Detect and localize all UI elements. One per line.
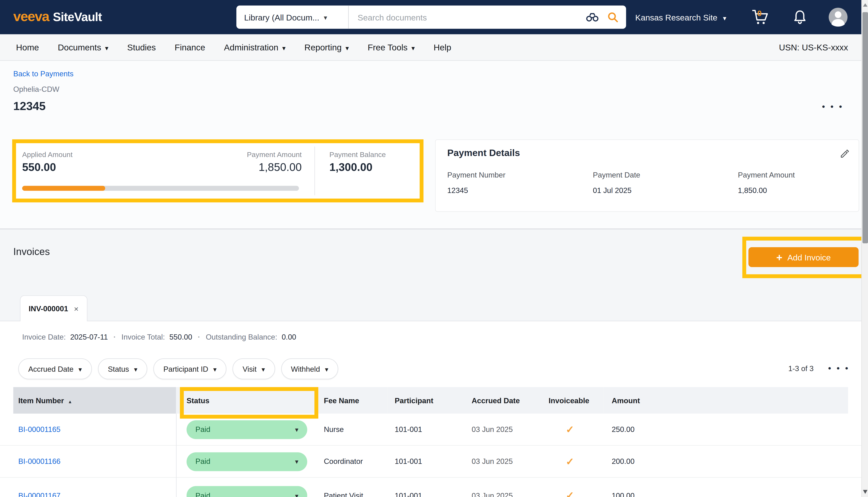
status-dropdown[interactable]: Paid xyxy=(187,452,307,471)
scrollbar-thumb[interactable] xyxy=(863,12,868,243)
cart-icon[interactable]: 0 xyxy=(750,8,770,26)
page-actions-menu[interactable] xyxy=(822,102,844,111)
chevron-down-icon xyxy=(213,365,217,373)
meta-separator xyxy=(113,333,116,341)
nav-item-studies[interactable]: Studies xyxy=(127,42,156,53)
scrollbar-down-arrow-icon[interactable] xyxy=(863,490,867,494)
filter-status[interactable]: Status xyxy=(98,358,147,379)
filter-visit[interactable]: Visit xyxy=(233,358,275,379)
column-header-participant[interactable]: Participant xyxy=(388,387,465,414)
table-row: BI-00001165 Paid Nurse 101-001 03 Jun 20… xyxy=(0,414,862,446)
nav-item-finance[interactable]: Finance xyxy=(175,42,205,53)
usn-site-number: USN: US-KS-xxxx xyxy=(779,34,848,61)
notifications-bell-icon[interactable] xyxy=(793,10,807,25)
item-number-link[interactable]: BI-00001166 xyxy=(18,457,60,466)
accrued-date-cell: 03 Jun 2025 xyxy=(472,446,513,477)
nav-item-administration[interactable]: Administration xyxy=(224,42,286,53)
search-submit-icon[interactable] xyxy=(607,12,618,23)
status-dropdown[interactable]: Paid xyxy=(187,420,307,439)
tab-strip-divider xyxy=(0,321,862,321)
chevron-down-icon xyxy=(295,457,299,466)
tab-inv-000001[interactable]: INV-000001 xyxy=(20,295,87,321)
add-invoice-label: Add Invoice xyxy=(787,252,831,262)
vertical-scrollbar[interactable] xyxy=(862,0,868,497)
payment-date-field: Payment Date 01 Jul 2025 xyxy=(593,171,640,195)
veeva-sitevault-logo[interactable]: veeva SiteVault xyxy=(13,8,102,24)
summary-divider xyxy=(314,146,315,195)
applied-amount-field: Applied Amount 550.00 xyxy=(22,151,72,174)
accrued-date-cell: 03 Jun 2025 xyxy=(472,414,513,445)
payment-summary-card: Applied Amount 550.00 Payment Amount 1,8… xyxy=(16,143,420,198)
payment-number-label: Payment Number xyxy=(447,171,505,179)
payment-amount-value: 1,850.00 xyxy=(182,161,302,173)
invoice-date-value: 2025-07-11 xyxy=(70,333,108,341)
column-header-accrued-date[interactable]: Accrued Date xyxy=(465,387,540,414)
column-header-invoiceable[interactable]: Invoiceable xyxy=(540,387,604,414)
status-dropdown[interactable]: Paid xyxy=(187,486,307,497)
invoice-date-label: Invoice Date: xyxy=(22,333,66,341)
top-bar: veeva SiteVault Library (All Docum... xyxy=(0,0,862,34)
edit-pencil-icon[interactable] xyxy=(840,149,850,161)
table-row: BI-00001167 Paid Patient Visit ... 101-0… xyxy=(0,478,862,497)
check-icon xyxy=(566,423,574,436)
invoice-meta-row: Invoice Date: 2025-07-11 Invoice Total: … xyxy=(22,333,296,341)
fee-name-cell: Coordinator xyxy=(324,446,363,477)
payment-header-region: Back to Payments Ophelia-CDW 12345 Appli… xyxy=(0,61,862,229)
plus-icon: + xyxy=(776,252,783,262)
user-avatar[interactable] xyxy=(828,7,848,27)
nav-item-reporting[interactable]: Reporting xyxy=(304,42,349,53)
search-scope-dropdown[interactable]: Library (All Docum... xyxy=(236,5,349,29)
study-subtitle: Ophelia-CDW xyxy=(13,85,59,94)
column-header-amount[interactable]: Amount xyxy=(604,387,675,414)
filter-chips-row: Accrued Date Status Participant ID Visit… xyxy=(18,358,338,379)
filter-accrued-date[interactable]: Accrued Date xyxy=(18,358,92,379)
binoculars-advanced-search-icon[interactable] xyxy=(585,12,600,22)
amount-cell: 250.00 xyxy=(612,414,635,445)
table-actions-menu[interactable] xyxy=(828,363,850,373)
chevron-down-icon xyxy=(295,425,299,434)
filter-withheld[interactable]: Withheld xyxy=(281,358,338,379)
add-invoice-button[interactable]: + Add Invoice xyxy=(748,247,858,267)
amount-cell: 100.00 xyxy=(612,478,635,497)
status-value: Paid xyxy=(195,492,210,497)
nav-item-home[interactable]: Home xyxy=(16,42,39,53)
invoice-panel: Invoice Date: 2025-07-11 Invoice Total: … xyxy=(0,321,862,497)
payment-balance-label: Payment Balance xyxy=(329,151,386,159)
column-header-fee-name[interactable]: Fee Name xyxy=(318,387,387,414)
nav-item-documents[interactable]: Documents xyxy=(58,42,108,53)
payment-number-value: 12345 xyxy=(447,186,505,195)
nav-item-help[interactable]: Help xyxy=(433,42,451,53)
participant-cell: 101-001 xyxy=(395,446,422,477)
nav-item-free-tools[interactable]: Free Tools xyxy=(368,42,415,53)
payment-amount-detail-label: Payment Amount xyxy=(738,171,795,179)
invoice-items-table-header: Item Number Status Fee Name Participant … xyxy=(0,387,862,414)
column-header-status[interactable]: Status xyxy=(176,387,318,414)
column-header-item-number[interactable]: Item Number xyxy=(13,387,176,414)
invoice-total-label: Invoice Total: xyxy=(121,333,165,341)
chevron-down-icon xyxy=(346,42,349,53)
payment-amount-label: Payment Amount xyxy=(182,151,302,159)
document-search-bar: Library (All Docum... xyxy=(236,5,626,29)
item-number-link[interactable]: BI-00001167 xyxy=(18,492,60,497)
chevron-down-icon xyxy=(134,365,138,373)
chevron-down-icon xyxy=(262,365,265,373)
amount-cell: 200.00 xyxy=(612,446,635,477)
scrollbar-up-arrow-icon[interactable] xyxy=(863,3,867,7)
back-to-payments-link[interactable]: Back to Payments xyxy=(13,70,73,78)
site-selector[interactable]: Kansas Research Site xyxy=(635,12,726,22)
filter-participant-id[interactable]: Participant ID xyxy=(153,358,226,379)
meta-separator xyxy=(198,333,200,341)
tab-close-icon[interactable] xyxy=(73,304,79,313)
item-number-link[interactable]: BI-00001165 xyxy=(18,425,60,434)
payment-details-title: Payment Details xyxy=(447,147,520,159)
search-input[interactable] xyxy=(349,12,585,22)
veeva-logo-text: veeva xyxy=(13,8,49,24)
topbar-right-controls: Kansas Research Site 0 xyxy=(635,0,848,34)
payment-balance-field: Payment Balance 1,300.00 xyxy=(329,151,386,174)
check-icon xyxy=(566,455,574,468)
sitevault-logo-text: SiteVault xyxy=(53,10,102,25)
applied-amount-progress-bar xyxy=(22,186,299,191)
payment-amount-detail-field: Payment Amount 1,850.00 xyxy=(738,171,795,195)
fee-name-cell: Nurse xyxy=(324,414,344,445)
participant-cell: 101-001 xyxy=(395,414,422,445)
